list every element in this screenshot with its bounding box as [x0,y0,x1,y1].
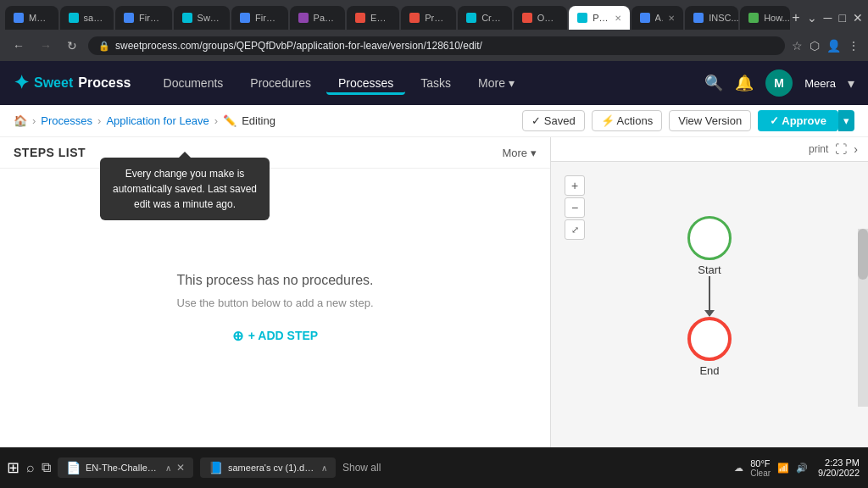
nav-processes[interactable]: Processes [326,71,405,95]
taskbar-file-2-chevron[interactable]: ∧ [321,463,327,473]
taskbar-left: ⊞ ⌕ ⧉ 📄 EN-The-Challenge-...pdf ∧ ✕ 📘 sa… [0,458,726,478]
profile-icon[interactable]: 👤 [826,39,841,53]
windows-start-icon[interactable]: ⊞ [7,458,19,477]
taskbar-file-1-chevron[interactable]: ∧ [165,463,171,473]
fit-button[interactable]: ⤢ [565,219,585,240]
scroll-thumb[interactable] [858,229,868,280]
tab-bar: My D... same... First L... Sweet... Firs… [0,0,868,30]
taskbar-right: ☁ 80°F Clear 📶 🔊 2:23 PM 9/20/2022 [726,458,868,478]
right-panel: print ⛶ › + − ⤢ Start [551,137,868,447]
breadcrumb-application[interactable]: Application for Leave [106,114,209,127]
maximize-icon[interactable]: □ [839,11,846,25]
new-tab-icon[interactable]: + [792,10,799,25]
search-button[interactable]: 🔍 [704,74,723,92]
add-step-button[interactable]: ⊕ + ADD STEP [232,328,318,344]
view-version-button[interactable]: View Version [669,110,751,131]
taskbar-file-2-name: sameera's cv (1).docx [228,463,316,473]
end-circle [687,317,732,361]
bookmark-icon[interactable]: ☆ [792,39,803,53]
menu-icon[interactable]: ⋮ [848,39,860,53]
clock[interactable]: 2:23 PM 9/20/2022 [818,458,860,478]
print-button[interactable]: print [809,143,828,155]
nav-more[interactable]: More ▾ [466,71,526,95]
top-nav: ✦ SweetProcess Documents Procedures Proc… [0,61,868,105]
url-bar[interactable]: 🔒 sweetprocess.com/groups/QEPQfDvbP/appl… [88,36,785,55]
nav-documents[interactable]: Documents [152,71,236,95]
extensions-icon[interactable]: ⬡ [810,39,820,53]
approve-button[interactable]: ✓ Approve [758,110,838,131]
tab-2[interactable]: same... [60,6,114,30]
nav-right: 🔍 🔔 M Meera ▾ [704,69,854,97]
notifications-button[interactable]: 🔔 [735,74,754,92]
avatar[interactable]: M [765,69,793,97]
tab-1[interactable]: My D... [5,6,58,30]
tab-9[interactable]: Creat... [458,6,512,30]
tab-7[interactable]: Empl... [347,6,399,30]
tab-3[interactable]: First L... [115,6,171,30]
tab-6[interactable]: Parap... [290,6,346,30]
chevron-down-icon: ▾ [531,147,537,159]
breadcrumb-processes[interactable]: Processes [41,114,92,127]
pdf-icon: 📄 [66,461,81,474]
nav-links: Documents Procedures Processes Tasks Mor… [152,71,685,95]
steps-more-button[interactable]: More ▾ [502,147,537,159]
breadcrumb-left: 🏠 › Processes › Application for Leave › … [14,114,275,127]
forward-button[interactable]: → [36,37,56,54]
zoom-in-button[interactable]: + [565,175,585,196]
steps-list-title: STEPS LIST [14,146,86,159]
wifi-icon[interactable]: 📶 [777,463,789,474]
time: 2:23 PM [818,458,860,468]
expand-icon[interactable]: › [854,142,858,156]
arrow-head [704,310,715,317]
tab-close-icon[interactable]: ✕ [615,14,621,23]
refresh-button[interactable]: ↻ [63,37,81,54]
minimize-icon[interactable]: ─ [824,11,832,25]
taskbar: ⊞ ⌕ ⧉ 📄 EN-The-Challenge-...pdf ∧ ✕ 📘 sa… [0,447,868,488]
tab-bar-controls: + ⌄ ─ □ ✕ [792,10,863,25]
nav-tasks[interactable]: Tasks [409,71,463,95]
tab-5[interactable]: First L... [231,6,287,30]
task-view-icon[interactable]: ⧉ [42,460,51,475]
close-window-icon[interactable]: ✕ [853,11,863,25]
taskbar-search-icon[interactable]: ⌕ [26,460,35,475]
tab-13[interactable]: INSC... [685,6,738,30]
back-button[interactable]: ← [8,37,29,54]
tab-8[interactable]: Proce... [401,6,456,30]
tab-close-icon-2[interactable]: ✕ [668,14,675,23]
word-icon: 📘 [209,461,223,474]
zoom-out-button[interactable]: − [565,197,585,218]
taskbar-file-2[interactable]: 📘 sameera's cv (1).docx ∧ [200,458,336,478]
logo-sweet: Sweet [34,75,73,91]
fullscreen-icon[interactable]: ⛶ [835,142,847,156]
flow-diagram: Start End [687,216,732,377]
flowchart-area: + − ⤢ Start End [551,162,868,447]
taskbar-file-1-close[interactable]: ✕ [176,462,185,474]
browser-chrome: My D... same... First L... Sweet... Firs… [0,0,868,61]
tab-14[interactable]: How... [740,6,790,30]
show-all-button[interactable]: Show all [342,462,381,474]
arrow-line [709,276,710,310]
user-dropdown-icon[interactable]: ▾ [848,75,854,92]
tab-10[interactable]: Onbo... [514,6,568,30]
taskbar-file-1-name: EN-The-Challenge-...pdf [86,463,160,473]
start-label: Start [698,263,721,276]
volume-icon[interactable]: 🔊 [796,463,808,474]
taskbar-file-1[interactable]: 📄 EN-The-Challenge-...pdf ∧ ✕ [58,458,193,478]
address-bar: ← → ↻ 🔒 sweetprocess.com/groups/QEPQfDvb… [0,30,868,61]
tab-11-active[interactable]: Proc... ✕ [569,6,629,30]
weather-icon: ☁ [734,463,743,474]
browser-actions: ☆ ⬡ 👤 ⋮ [792,39,860,53]
approve-dropdown-button[interactable]: ▾ [838,110,854,131]
right-scrollbar[interactable] [858,229,868,407]
actions-button[interactable]: ⚡ Actions [592,110,663,131]
tab-overflow-icon[interactable]: ⌄ [807,11,817,25]
nav-procedures[interactable]: Procedures [238,71,323,95]
add-step-icon: ⊕ [232,328,243,344]
saved-button[interactable]: ✓ Saved [522,110,584,131]
end-label: End [699,364,719,377]
main-content: STEPS LIST More ▾ This process has no pr… [0,137,868,447]
home-icon[interactable]: 🏠 [14,114,27,127]
tab-4[interactable]: Sweet... [174,6,231,30]
approve-button-group: ✓ Approve ▾ [758,110,854,131]
tab-12[interactable]: AI... ✕ [632,6,684,30]
